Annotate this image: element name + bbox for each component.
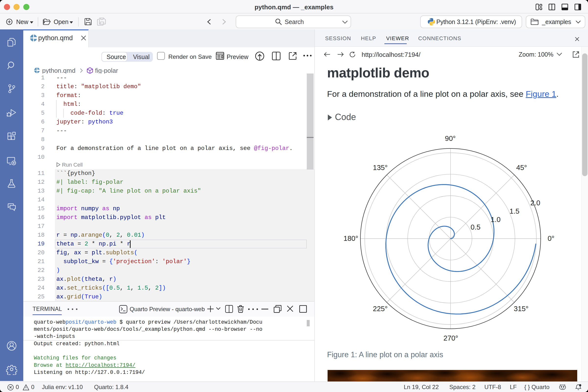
svg-text:180°: 180° <box>344 234 358 242</box>
svg-text:270°: 270° <box>444 334 458 342</box>
svg-text:0°: 0° <box>548 234 554 242</box>
svg-text:90°: 90° <box>445 134 456 142</box>
svg-text:315°: 315° <box>514 305 528 312</box>
svg-text:2.0: 2.0 <box>530 199 540 207</box>
svg-text:1.5: 1.5 <box>510 207 520 215</box>
svg-text:135°: 135° <box>373 164 388 172</box>
svg-text:225°: 225° <box>373 305 388 312</box>
svg-text:0.5: 0.5 <box>471 223 480 231</box>
svg-text:1.0: 1.0 <box>491 216 500 224</box>
svg-text:45°: 45° <box>516 164 527 172</box>
